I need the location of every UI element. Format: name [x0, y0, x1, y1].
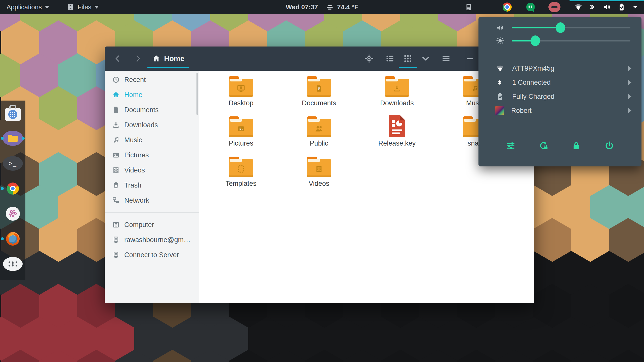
hangouts-icon	[526, 3, 535, 11]
firefox-icon	[6, 232, 20, 246]
file-item-downloads[interactable]: Downloads	[358, 74, 436, 112]
download-emblem-icon	[393, 85, 401, 92]
do-not-disturb-tray-icon[interactable]	[548, 0, 560, 14]
weather-widget[interactable]: 74.4 °F	[326, 3, 358, 11]
clipboard-tray-icon[interactable]	[464, 0, 473, 14]
list-view-button[interactable]	[385, 54, 394, 63]
menu-row-att9pxm45g[interactable]: ATT9PXm45g	[478, 61, 641, 75]
sidebar-item-home[interactable]: Home	[105, 87, 199, 102]
file-item-public[interactable]: Public	[280, 114, 358, 152]
sidebar-item-trash[interactable]: Trash	[105, 178, 199, 193]
sidebar-item-recent[interactable]: Recent	[105, 72, 199, 87]
sidebar-item-videos[interactable]: Videos	[105, 163, 199, 178]
templates-emblem-icon	[236, 164, 246, 174]
files-appmenu-button[interactable]: Files	[63, 0, 102, 14]
sidebar-item-label: Recent	[124, 76, 146, 84]
folder-icon	[229, 155, 253, 177]
volume-slider-fill	[512, 27, 560, 28]
dock-item-atom[interactable]	[0, 201, 25, 226]
settings-button[interactable]	[506, 141, 516, 152]
folder-icon	[307, 74, 331, 97]
minimize-icon	[465, 54, 474, 63]
music-emblem-icon	[471, 85, 479, 92]
menu-row-fully-charged[interactable]: Fully Charged	[478, 89, 641, 104]
dock-item-chrome[interactable]	[0, 176, 25, 201]
bluetooth-icon	[589, 3, 597, 11]
app-grid-icon	[3, 257, 23, 271]
applications-menu-button[interactable]: Applications	[3, 0, 53, 14]
settings-icon	[506, 141, 516, 151]
dock-item-software[interactable]	[0, 101, 25, 126]
chrome-tray-icon[interactable]	[503, 0, 512, 14]
sidebar-item-label: Computer	[124, 221, 154, 229]
tray-open-indicator	[570, 0, 644, 1]
mist-icon	[326, 3, 334, 11]
brightness-slider-track[interactable]	[512, 40, 630, 41]
forward-button[interactable]	[134, 54, 142, 63]
volume-slider-track[interactable]	[512, 27, 630, 28]
temperature-label: 74.4 °F	[337, 3, 358, 11]
brightness-slider-knob[interactable]	[531, 35, 540, 46]
sidebar-item-computer[interactable]: Computer	[105, 217, 199, 232]
chrome-icon	[7, 183, 19, 195]
user-avatar	[495, 106, 504, 115]
search-location-button[interactable]	[365, 54, 374, 63]
submenu-arrow-icon	[628, 108, 631, 113]
rotation-lock-button[interactable]	[539, 141, 549, 152]
sidebar-item-connect-to-server[interactable]: Connect to Server	[105, 247, 199, 262]
sidebar-item-label: Videos	[124, 166, 145, 174]
file-item-release-key[interactable]: Release.key	[358, 114, 436, 152]
dock: >_	[0, 101, 25, 280]
grid-view-icon	[403, 54, 412, 63]
sidebar-item-label: rawashbourne@gm…	[124, 236, 190, 244]
file-label: Templates	[225, 180, 256, 188]
film-icon	[112, 166, 120, 174]
sidebar-item-music[interactable]: Music	[105, 132, 199, 148]
window-header[interactable]: Home	[105, 47, 534, 71]
file-item-templates[interactable]: Templates	[202, 155, 280, 192]
chrome-icon	[503, 3, 512, 12]
sidebar-item-network[interactable]: Network	[105, 193, 199, 208]
caret-down-icon	[632, 4, 638, 10]
sidebar-scrollbar[interactable]	[196, 73, 198, 115]
active-view-underline	[399, 67, 417, 68]
folder-icon	[385, 74, 409, 97]
file-item-videos[interactable]: Videos	[280, 155, 358, 192]
file-item-documents[interactable]: Documents	[280, 74, 358, 112]
dock-item-terminal[interactable]: >_	[0, 151, 25, 176]
sidebar-item-rawashbourne-gm-[interactable]: rawashbourne@gm…	[105, 232, 199, 247]
file-item-desktop[interactable]: Desktop	[202, 74, 280, 112]
submenu-arrow-icon	[628, 94, 631, 99]
grid-view-button[interactable]	[403, 54, 412, 63]
running-indicator-dot	[1, 137, 4, 140]
dock-item-firefox[interactable]	[0, 226, 25, 251]
sidebar-item-pictures[interactable]: Pictures	[105, 148, 199, 163]
lock-button[interactable]	[571, 141, 581, 152]
power-button[interactable]	[604, 141, 614, 152]
key-file-icon	[389, 114, 405, 137]
desktop-emblem-icon	[236, 84, 246, 93]
dock-item-files[interactable]	[0, 126, 25, 151]
volume-slider-knob[interactable]	[556, 22, 565, 33]
file-item-pictures[interactable]: Pictures	[202, 114, 280, 152]
sidebar-item-documents[interactable]: Documents	[105, 102, 199, 117]
volume-icon	[495, 23, 505, 32]
menu-row-robert[interactable]: Robert	[478, 104, 641, 118]
menu-row-1-connected[interactable]: 1 Connected	[478, 75, 641, 89]
caret-down-icon	[94, 6, 99, 9]
clock-label[interactable]: Wed 07:37	[286, 3, 318, 11]
minimize-button[interactable]	[465, 54, 474, 63]
computer-icon	[112, 221, 120, 229]
submenu-arrow-icon	[628, 80, 631, 85]
sidebar-item-label: Pictures	[124, 151, 149, 159]
hangouts-tray-icon[interactable]	[526, 0, 535, 14]
system-status-tray-button[interactable]	[570, 0, 644, 14]
dock-item-app-grid[interactable]	[0, 251, 25, 277]
back-button[interactable]	[113, 54, 122, 63]
volume-slider-row	[478, 21, 641, 34]
view-options-chevron-button[interactable]	[421, 54, 430, 63]
sidebar-item-label: Trash	[124, 182, 141, 189]
hamburger-menu-button[interactable]	[441, 54, 451, 63]
bluetooth-icon	[495, 78, 505, 86]
sidebar-item-downloads[interactable]: Downloads	[105, 117, 199, 132]
